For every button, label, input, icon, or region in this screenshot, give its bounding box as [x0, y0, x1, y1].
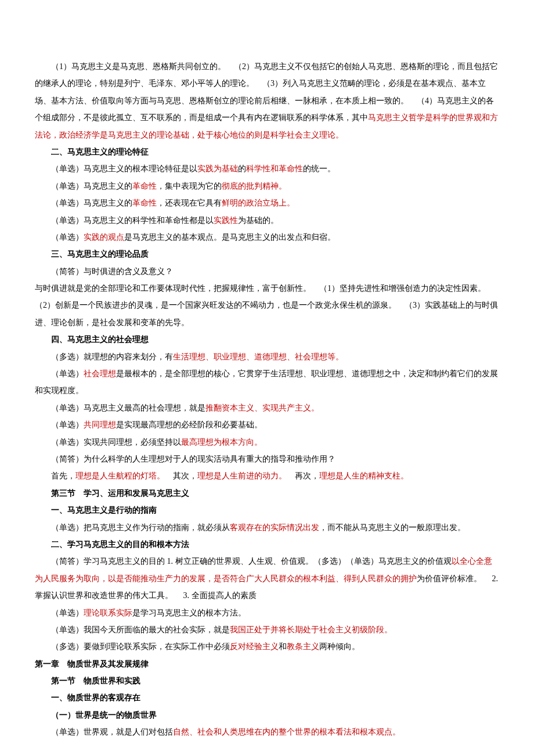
text-highlight: 共同理想	[84, 420, 116, 429]
para-method-3: （多选）要做到理论联系实际，在实际工作中必须反对经验主义和教条主义两种倾向。	[35, 638, 499, 655]
text-highlight: 理想是人生的精神支柱。	[319, 471, 409, 480]
text: ，而不能从马克思主义的一般原理出发。	[319, 523, 466, 532]
para-answer-2: 首先，理想是人生航程的灯塔。 其次，理想是人生前进的动力。 再次，理想是人生的精…	[35, 467, 499, 484]
para-guide: （单选）把马克思主义作为行动的指南，就必须从客观存在的实际情况出发，而不能从马克…	[35, 519, 499, 536]
text: 的统一。	[303, 164, 335, 173]
para-ideal-5: （单选）实现共同理想，必须坚持以最高理想为根本方向。	[35, 434, 499, 451]
text: （单选）	[51, 233, 84, 242]
text-highlight: 实践的观点	[84, 233, 124, 242]
para-purpose: （简答）学习马克思主义的目的 1. 树立正确的世界观、人生观、价值观。（多选）（…	[35, 553, 499, 604]
text-highlight: 我国正处于并将长期处于社会主义初级阶段。	[230, 625, 392, 634]
text: （简答）学习马克思主义的目的 1. 树立正确的世界观、人生观、价值观。（多选）（…	[51, 557, 452, 566]
para-components: （1）马克思主义是马克思、恩格斯共同创立的。 （2）马克思主义不仅包括它的创始人…	[35, 58, 499, 143]
text-highlight: 实践性	[214, 216, 238, 225]
para-method-1: （单选）理论联系实际是学习马克思主义的根本方法。	[35, 604, 499, 621]
para-feature-1: （单选）马克思主义的根本理论特征是以实践为基础的科学性和革命性的统一。	[35, 160, 499, 177]
text-highlight: 客观存在的实际情况出发	[230, 523, 319, 532]
text-highlight: 鲜明的政治立场上。	[222, 199, 295, 207]
para-ideal-2: （单选）社会理想是最根本的，是全部理想的核心，它贯穿于生活理想、职业理想、道德理…	[35, 365, 499, 399]
text: （单选）马克思主义最高的社会理想，就是	[51, 404, 205, 412]
text-highlight: 反对经验主义	[230, 642, 279, 651]
para-feature-4: （单选）马克思主义的科学性和革命性都是以实践性为基础的。	[35, 212, 499, 229]
text: （单选）	[51, 420, 84, 429]
text: （单选）我国今天所面临的最大的社会实际，就是	[51, 625, 230, 634]
text: 首先，	[51, 471, 75, 480]
text: 是学习马克思主义的根本方法。	[132, 609, 246, 617]
para-ideal-3: （单选）马克思主义最高的社会理想，就是推翻资本主义、实现共产主义。	[35, 399, 499, 416]
para-feature-3: （单选）马克思主义的革命性，还表现在它具有鲜明的政治立场上。	[35, 195, 499, 211]
text: 两种倾向。	[319, 642, 360, 651]
heading-section-3: 三、马克思主义的理论品质	[35, 246, 499, 262]
para-question-2: （简答）为什么科学的人生理想对于人的现实活动具有重大的指导和推动作用？	[35, 451, 499, 467]
text-highlight: 最高理想为根本方向。	[181, 438, 262, 447]
text: （单选）	[51, 369, 84, 378]
text-highlight: 彻底的批判精神。	[222, 182, 287, 190]
para-worldview: （单选）世界观，就是人们对包括自然、社会和人类思维在内的整个世界的根本看法和根本…	[35, 723, 499, 740]
text: （单选）实现共同理想，必须坚持以	[51, 438, 181, 447]
para-method-2: （单选）我国今天所面临的最大的社会实际，就是我国正处于并将长期处于社会主义初级阶…	[35, 621, 499, 638]
text-highlight: 社会理想	[84, 369, 116, 378]
text: （单选）马克思主义的根本理论特征是以	[51, 164, 197, 173]
text: ，还表现在它具有	[157, 199, 222, 207]
para-ideal-1: （多选）就理想的内容来划分，有生活理想、职业理想、道德理想、社会理想等。	[35, 348, 499, 365]
text: （单选）马克思主义的	[51, 182, 132, 190]
text: 为基础的。	[238, 216, 279, 225]
text: （单选）马克思主义的	[51, 199, 132, 207]
text: 是实现最高理想的必经阶段和必要基础。	[116, 420, 262, 429]
heading-section-4: 四、马克思主义的社会理想	[35, 331, 499, 348]
heading-chapter-1: 第一章 物质世界及其发展规律	[35, 656, 499, 672]
text: ，集中表现为它的	[157, 182, 222, 190]
text-highlight: 生活理想、职业理想、道德理想、社会理想等。	[173, 352, 344, 361]
text-highlight: 理想是人生前进的动力。	[197, 471, 287, 480]
heading-sub-2: 二、学习马克思主义的目的和根本方法	[35, 536, 499, 553]
text: 的	[238, 164, 246, 173]
text-highlight: 实践为基础	[197, 164, 238, 173]
para-question-1: （简答）与时俱进的含义及意义？	[35, 263, 499, 280]
heading-sub-existence: 一、物质世界的客观存在	[35, 689, 499, 706]
text-highlight: 理想是人生航程的灯塔。	[75, 471, 165, 480]
text-highlight: 教条主义	[287, 642, 319, 651]
heading-section-node-3: 第三节 学习、运用和发展马克思主义	[35, 485, 499, 502]
text: （单选）马克思主义的科学性和革命性都是以	[51, 216, 214, 225]
para-ideal-4: （单选）共同理想是实现最高理想的必经阶段和必要基础。	[35, 416, 499, 433]
text: （多选）要做到理论联系实际，在实际工作中必须	[51, 642, 230, 651]
text: 其次，	[165, 471, 197, 480]
text: （单选）	[51, 609, 84, 617]
text: （单选）世界观，就是人们对包括	[51, 728, 173, 736]
heading-node-1: 第一节 物质世界和实践	[35, 672, 499, 689]
text: 和	[279, 642, 287, 651]
para-feature-2: （单选）马克思主义的革命性，集中表现为它的彻底的批判精神。	[35, 178, 499, 195]
heading-sub-world: （一）世界是统一的物质世界	[35, 707, 499, 723]
text-highlight: 推翻资本主义、实现共产主义。	[205, 404, 319, 412]
text-highlight: 革命性	[132, 182, 157, 190]
text-highlight: 革命性	[132, 199, 157, 207]
text: （单选）把马克思主义作为行动的指南，就必须从	[51, 523, 230, 532]
text-highlight: 自然、社会和人类思维在内的整个世界的根本看法和根本观点。	[173, 728, 400, 736]
text-highlight: 理论联系实际	[84, 609, 132, 617]
text: 是马克思主义的基本观点。是马克思主义的出发点和归宿。	[124, 233, 335, 242]
text: 再次，	[287, 471, 319, 480]
text: （多选）就理想的内容来划分，有	[51, 352, 173, 361]
heading-sub-1: 一、马克思主义是行动的指南	[35, 502, 499, 519]
heading-section-2: 二、马克思主义的理论特征	[35, 143, 499, 160]
para-feature-5: （单选）实践的观点是马克思主义的基本观点。是马克思主义的出发点和归宿。	[35, 229, 499, 246]
text-highlight: 科学性和革命性	[246, 164, 303, 173]
para-answer-1: 与时俱进就是党的全部理论和工作要体现时代性，把握规律性，富于创新性。 （1）坚持…	[35, 280, 499, 331]
